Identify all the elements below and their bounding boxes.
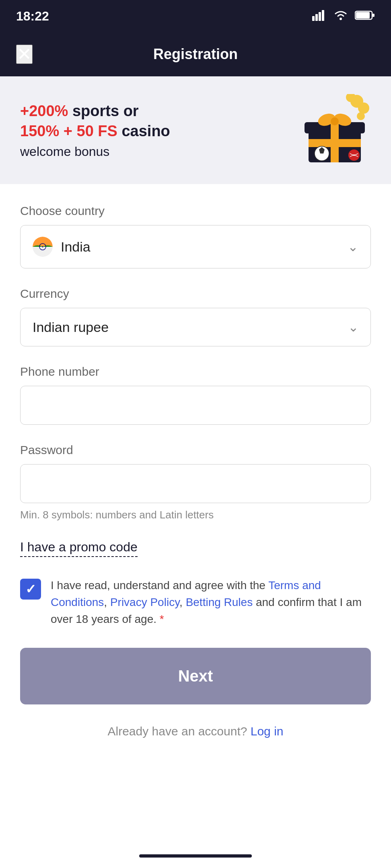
home-indicator (139, 854, 252, 858)
svg-rect-2 (319, 12, 321, 21)
required-star: * (160, 613, 164, 625)
bottom-bar (0, 844, 391, 868)
promo-casino: casino (117, 123, 170, 139)
status-bar: 18:22 (0, 0, 391, 32)
next-button[interactable]: Next (20, 648, 371, 704)
password-input[interactable] (20, 464, 371, 503)
promo-sports: sports or (68, 102, 138, 119)
svg-point-11 (357, 112, 365, 120)
country-select[interactable]: India ⌄ (20, 225, 371, 268)
privacy-policy-link[interactable]: Privacy Policy (110, 596, 179, 608)
terms-comma2: , (179, 596, 186, 608)
promo-line2: 150% + 50 FS casino (20, 121, 298, 141)
promo-banner: +200% sports or 150% + 50 FS casino welc… (0, 76, 391, 184)
promo-percent: +200% (20, 102, 68, 119)
checkmark-icon: ✓ (25, 581, 36, 597)
form-area: Choose country India ⌄ Currency (0, 184, 391, 778)
india-flag-icon (33, 237, 53, 257)
svg-rect-6 (372, 14, 375, 17)
login-link[interactable]: Log in (251, 725, 284, 738)
status-time: 18:22 (16, 9, 49, 24)
signal-icon (312, 10, 327, 23)
svg-rect-3 (322, 10, 324, 21)
close-button[interactable]: ✕ (16, 45, 33, 64)
phone-input[interactable] (20, 386, 371, 425)
svg-rect-1 (315, 14, 318, 21)
currency-select[interactable]: Indian rupee (20, 308, 371, 346)
promo-text: +200% sports or 150% + 50 FS casino welc… (20, 101, 298, 159)
terms-label: I have read, understand and agree with t… (51, 577, 371, 628)
password-hint: Min. 8 symbols: numbers and Latin letter… (20, 509, 371, 521)
terms-checkbox[interactable]: ✓ (20, 579, 41, 600)
terms-text-before: I have read, understand and agree with t… (51, 579, 268, 592)
svg-point-4 (340, 18, 342, 20)
login-prompt: Already have an account? (108, 725, 247, 738)
promo-bonus-text: welcome bonus (20, 144, 298, 159)
currency-label: Currency (20, 287, 371, 301)
country-chevron-icon: ⌄ (348, 239, 358, 254)
phone-field-group: Phone number (20, 365, 371, 425)
battery-icon (355, 10, 375, 22)
svg-rect-14 (331, 130, 339, 162)
password-label: Password (20, 443, 371, 457)
svg-point-19 (331, 117, 339, 125)
page-title: Registration (153, 46, 238, 63)
promo-line1: +200% sports or (20, 101, 298, 121)
country-label: Choose country (20, 204, 371, 218)
nav-bar: ✕ Registration (0, 32, 391, 76)
phone-label: Phone number (20, 365, 371, 379)
promo-fs: 150% + 50 FS (20, 123, 117, 139)
status-icons (312, 10, 375, 23)
terms-comma1: , (104, 596, 110, 608)
svg-rect-0 (312, 16, 315, 21)
wifi-icon (333, 10, 348, 23)
svg-point-9 (358, 102, 369, 114)
password-field-group: Password Min. 8 symbols: numbers and Lat… (20, 443, 371, 521)
country-value: India (61, 239, 91, 255)
promo-code-link[interactable]: I have a promo code (20, 540, 138, 557)
currency-field-group: Currency Indian rupee ⌄ (20, 287, 371, 346)
currency-select-wrapper: Indian rupee ⌄ (20, 308, 371, 346)
login-area: Already have an account? Log in (20, 725, 371, 762)
svg-rect-7 (356, 12, 370, 18)
gift-image (298, 94, 371, 166)
betting-rules-link[interactable]: Betting Rules (186, 596, 253, 608)
svg-point-25 (42, 246, 43, 248)
country-select-inner: India (33, 237, 91, 257)
terms-checkbox-area: ✓ I have read, understand and agree with… (20, 577, 371, 628)
country-field-group: Choose country India ⌄ (20, 204, 371, 268)
